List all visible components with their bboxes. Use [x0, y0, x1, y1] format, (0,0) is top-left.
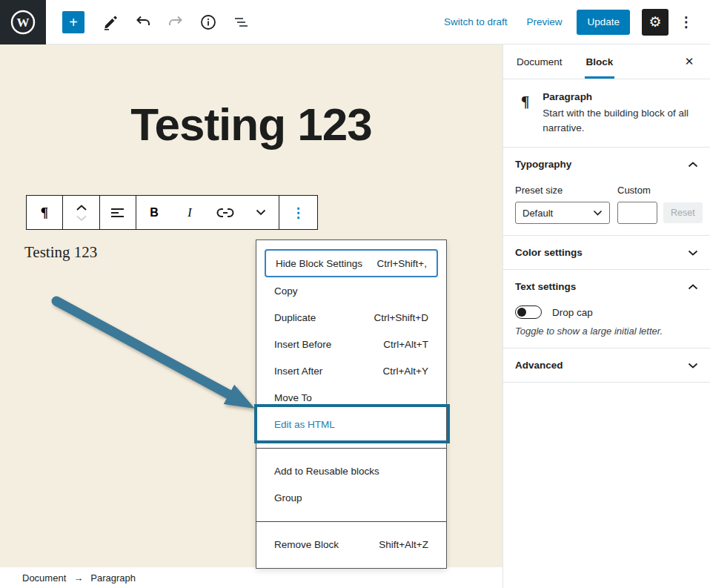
kebab-icon: ⋮: [680, 14, 694, 30]
menu-item-hide-block-settings[interactable]: Hide Block Settings Ctrl+Shift+,: [265, 249, 438, 277]
panel-title: Text settings: [515, 281, 576, 292]
move-up-button[interactable]: [76, 202, 87, 213]
color-settings-panel-toggle[interactable]: Color settings: [515, 247, 698, 258]
drop-cap-label: Drop cap: [552, 307, 593, 318]
tab-document[interactable]: Document: [506, 44, 573, 79]
wordpress-editor: W +: [0, 0, 710, 588]
menu-item-insert-before[interactable]: Insert Before Ctrl+Alt+T: [256, 331, 446, 357]
topbar-actions: Switch to draft Preview Update ⚙ ⋮: [425, 9, 710, 36]
menu-group-primary: Hide Block Settings Ctrl+Shift+, Copy Du…: [256, 240, 446, 448]
pilcrow-icon: ¶: [521, 93, 529, 135]
menu-item-add-to-reusable-blocks[interactable]: Add to Reusable blocks: [256, 457, 446, 484]
svg-text:W: W: [17, 16, 30, 30]
menu-group-remove: Remove Block Shift+Alt+Z: [256, 521, 446, 568]
drop-cap-hint: Toggle to show a large initial letter.: [515, 326, 698, 337]
drop-cap-toggle[interactable]: [515, 305, 542, 319]
chevron-down-icon: [688, 363, 698, 369]
chevron-up-icon: [688, 162, 698, 168]
preset-size-label: Preset size: [515, 185, 617, 196]
wordpress-logo[interactable]: W: [0, 0, 46, 44]
redo-icon: [167, 16, 184, 29]
redo-button[interactable]: [162, 8, 190, 36]
align-left-icon: [110, 207, 125, 219]
block-navigation-button[interactable]: [227, 8, 255, 36]
close-sidebar-button[interactable]: ✕: [676, 44, 703, 79]
post-title[interactable]: Testing 123: [0, 98, 502, 151]
panel-title: Color settings: [515, 247, 583, 258]
menu-item-copy[interactable]: Copy: [256, 277, 446, 304]
reset-button[interactable]: Reset: [663, 202, 703, 223]
menu-item-duplicate[interactable]: Duplicate Ctrl+Shift+D: [256, 304, 446, 331]
menu-item-move-to[interactable]: Move To: [256, 384, 446, 411]
block-options-button[interactable]: ⋮: [279, 196, 317, 229]
block-options-menu: Hide Block Settings Ctrl+Shift+, Copy Du…: [256, 240, 447, 569]
breadcrumb-document[interactable]: Document: [22, 572, 66, 584]
menu-item-label: Hide Block Settings: [276, 258, 362, 269]
breadcrumb-arrow-icon: →: [73, 572, 83, 584]
editor-canvas: Testing 123 ¶: [0, 44, 502, 588]
tab-block[interactable]: Block: [576, 44, 624, 79]
block-card-title: Paragraph: [543, 91, 691, 102]
more-tools-button[interactable]: ⋮: [677, 9, 695, 36]
typography-panel-toggle[interactable]: Typography: [515, 159, 698, 170]
undo-icon: [135, 16, 151, 29]
preset-size-select[interactable]: Default: [515, 202, 610, 224]
block-options-segment: ⋮: [279, 196, 317, 229]
typography-panel: Typography Preset size Default: [503, 148, 710, 236]
add-block-button[interactable]: +: [62, 11, 84, 33]
formatting-segment: B I: [136, 196, 279, 229]
close-icon: ✕: [685, 55, 694, 67]
menu-group-reusable: Add to Reusable blocks Group: [256, 448, 446, 521]
alignment-segment: [100, 196, 136, 229]
paragraph-block[interactable]: Testing 123: [24, 243, 97, 262]
chevron-down-icon: [76, 214, 87, 222]
paragraph-block-button[interactable]: ¶: [27, 196, 62, 229]
switch-to-draft-link[interactable]: Switch to draft: [444, 16, 508, 27]
undo-button[interactable]: [129, 8, 157, 36]
more-formatting-button[interactable]: [243, 196, 279, 229]
link-button[interactable]: [208, 196, 243, 229]
pencil-icon: [102, 14, 119, 30]
menu-item-label: Insert After: [274, 366, 322, 377]
align-text-button[interactable]: [100, 196, 136, 229]
bold-button[interactable]: B: [136, 196, 172, 229]
move-down-button[interactable]: [76, 213, 87, 223]
preset-size-value: Default: [522, 208, 553, 219]
italic-button[interactable]: I: [172, 196, 208, 229]
menu-item-insert-after[interactable]: Insert After Ctrl+Alt+Y: [256, 357, 446, 384]
block-card: ¶ Paragraph Start with the building bloc…: [503, 79, 710, 148]
chevron-up-icon: [76, 204, 87, 211]
edit-tool-button[interactable]: [96, 8, 125, 36]
menu-item-group[interactable]: Group: [256, 484, 446, 511]
menu-item-shortcut: Ctrl+Shift+,: [376, 258, 427, 269]
menu-item-label: Group: [274, 492, 302, 503]
menu-item-shortcut: Ctrl+Alt+T: [383, 339, 428, 350]
text-settings-panel: Text settings Drop cap Toggle to show a …: [503, 270, 710, 348]
sidebar-tabs: Document Block ✕: [503, 44, 710, 79]
editor-main: Testing 123 ¶: [0, 44, 710, 588]
settings-button[interactable]: ⚙: [642, 9, 668, 36]
text-settings-panel-toggle[interactable]: Text settings: [515, 281, 698, 292]
color-settings-panel: Color settings: [503, 236, 710, 270]
toggle-knob: [517, 308, 526, 317]
menu-item-remove-block[interactable]: Remove Block Shift+Alt+Z: [256, 531, 446, 558]
menu-item-edit-as-html[interactable]: Edit as HTML: [256, 411, 446, 437]
breadcrumb: Document → Paragraph: [0, 567, 502, 588]
breadcrumb-paragraph[interactable]: Paragraph: [90, 572, 136, 584]
menu-item-shortcut: Ctrl+Shift+D: [374, 312, 428, 323]
advanced-panel-toggle[interactable]: Advanced: [515, 360, 698, 371]
update-button[interactable]: Update: [577, 10, 630, 35]
menu-item-label: Copy: [274, 285, 298, 297]
editor-topbar: W +: [0, 0, 710, 44]
content-structure-button[interactable]: [194, 8, 222, 36]
preview-button[interactable]: Preview: [526, 16, 562, 27]
block-toolbar: ¶: [26, 195, 318, 230]
chevron-down-icon: [256, 209, 266, 216]
info-icon: [200, 14, 216, 30]
block-mover-segment: [63, 196, 100, 229]
list-view-icon: [233, 16, 249, 29]
panel-title: Typography: [515, 159, 571, 170]
custom-size-input[interactable]: [617, 202, 657, 224]
menu-item-label: Remove Block: [274, 539, 339, 550]
block-type-segment: ¶: [27, 196, 63, 229]
